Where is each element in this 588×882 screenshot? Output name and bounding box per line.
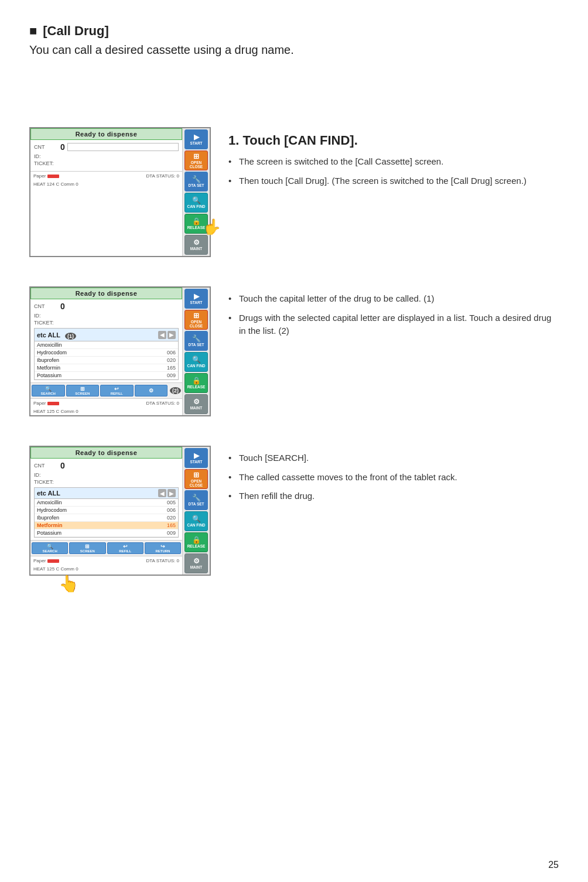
device-wrapper-2: Ready to dispense CNT 0 ID: TICKET: etc … <box>29 286 211 416</box>
bullet-list-2: Touch the capital letter of the drug to … <box>228 292 559 338</box>
cnt-label-3: CNT <box>34 463 60 469</box>
bullet-3-1: Touch [SEARCH]. <box>228 452 559 465</box>
heat-label-1: HEAT 124 C Comm 0 <box>30 180 182 188</box>
open-close-icon-1: ⊞ <box>193 152 199 160</box>
bullet-3-3: Then refill the drug. <box>228 490 559 503</box>
dta-set-label-1: DTA SET <box>188 184 204 188</box>
screen-header-1: Ready to dispense <box>30 128 182 140</box>
drug-count-amoxicillin-3: 005 <box>161 500 176 505</box>
paper-bar-2 <box>47 402 59 405</box>
screen-toolbar-btn-2[interactable]: ⊞ SCREEN <box>66 385 100 396</box>
drug-row-ibuprofen-2[interactable]: Ibuprofen 020 <box>35 357 178 364</box>
nav-next-3[interactable]: ▶ <box>167 489 176 497</box>
drug-row-amoxicillin-2[interactable]: Amoxicillin <box>35 341 178 349</box>
device-panel-2: Ready to dispense CNT 0 ID: TICKET: etc … <box>29 286 211 416</box>
open-close-button-3[interactable]: ⊞ OPEN CLOSE <box>184 469 208 489</box>
drug-row-metformin-3[interactable]: Metformin 165 <box>35 522 178 529</box>
start-button-2[interactable]: ▶ START <box>184 289 208 309</box>
maint-button-1[interactable]: ⚙ MAINT <box>184 235 208 255</box>
page-number: 25 <box>548 860 559 870</box>
can-find-button-1[interactable]: 🔍 CAN FIND <box>184 193 208 213</box>
sidebar-area-3: ▶ START ⊞ OPEN CLOSE 🔧 DTA SET 🔍 CAN FIN… <box>183 447 210 575</box>
annotation-1-wrapper: (1) <box>65 330 76 340</box>
open-close-button-1[interactable]: ⊞ OPEN CLOSE <box>184 151 208 170</box>
can-find-button-3[interactable]: 🔍 CAN FIND <box>184 511 208 531</box>
start-button-3[interactable]: ▶ START <box>184 448 208 468</box>
start-icon-3: ▶ <box>194 452 199 460</box>
maint-button-2[interactable]: ⚙ MAINT <box>184 394 208 414</box>
drug-count-hydrocodom-2: 006 <box>161 350 176 355</box>
can-find-button-2[interactable]: 🔍 CAN FIND <box>184 352 208 372</box>
dta-set-button-2[interactable]: 🔧 DTA SET <box>184 331 208 351</box>
paper-label-3: Paper <box>33 558 46 563</box>
device-panel-3: Ready to dispense CNT 0 ID: TICKET: etc … <box>29 446 211 576</box>
etc-all-label-3: etc ALL <box>37 490 60 497</box>
ticket-row-3: TICKET: <box>34 479 179 485</box>
open-close-button-2[interactable]: ⊞ OPEN CLOSE <box>184 310 208 330</box>
screen-body-2: CNT 0 ID: TICKET: etc ALL (1) <box>30 299 182 382</box>
screen-toolbar-btn-3[interactable]: ⊞ SCREEN <box>69 542 105 554</box>
ticket-row-1: TICKET: <box>34 160 179 166</box>
maint-icon-1: ⚙ <box>193 238 200 247</box>
start-button-1[interactable]: ▶ START <box>184 129 208 149</box>
refill-toolbar-btn-2[interactable]: ↩ REFILL <box>100 385 134 396</box>
drug-list-panel-3: etc ALL ◀ ▶ Amoxicillin 005 Hydrocodom <box>34 487 179 538</box>
release-icon-3: 🔒 <box>192 536 201 544</box>
start-label-2: START <box>190 301 202 305</box>
refill-toolbar-btn-3[interactable]: ↩ REFILL <box>107 542 143 554</box>
extra-toolbar-btn-2[interactable]: ⚙ <box>135 385 168 396</box>
drug-row-potassium-3[interactable]: Potassium 009 <box>35 529 178 537</box>
nav-arrows-3: ◀ ▶ <box>158 489 176 497</box>
dta-set-icon-3: 🔧 <box>192 494 201 502</box>
start-label-3: START <box>190 460 202 464</box>
refill-toolbar-icon-2: ↩ <box>114 386 119 392</box>
drug-row-hydrocodom-2[interactable]: Hydrocodom 006 <box>35 349 178 357</box>
dta-set-button-3[interactable]: 🔧 DTA SET <box>184 490 208 510</box>
screen-header-3: Ready to dispense <box>30 447 182 459</box>
paper-indicator-3: Paper <box>33 558 59 563</box>
screen-body-1: CNT 0 ID: TICKET: <box>30 140 182 171</box>
nav-prev-2[interactable]: ◀ <box>158 331 166 339</box>
bullet-2-2: Drugs with the selected capital letter a… <box>228 312 559 338</box>
drug-row-amoxicillin-3[interactable]: Amoxicillin 005 <box>35 499 178 507</box>
device-panel-1: Ready to dispense CNT 0 ID: TICKET: Pape… <box>29 127 211 257</box>
open-close-label-3: OPEN CLOSE <box>185 480 207 487</box>
screen-toolbar-icon-2: ⊞ <box>80 386 85 392</box>
return-toolbar-btn-3[interactable]: ↪ RETURN <box>145 542 181 554</box>
release-label-3: RELEASE <box>187 545 206 549</box>
return-toolbar-label-3: RETURN <box>155 549 170 553</box>
search-toolbar-btn-2[interactable]: 🔍 SEARCH <box>32 385 65 396</box>
search-toolbar-btn-3[interactable]: 🔍 SEARCH <box>32 542 68 554</box>
screen-area-2: Ready to dispense CNT 0 ID: TICKET: etc … <box>30 288 183 415</box>
release-button-3[interactable]: 🔒 RELEASE <box>184 532 208 552</box>
paper-bar-1 <box>47 175 59 178</box>
open-close-label-1: OPEN CLOSE <box>185 161 207 169</box>
release-icon-1: 🔒 <box>192 217 201 225</box>
drug-row-hydrocodom-3[interactable]: Hydrocodom 006 <box>35 507 178 514</box>
drug-count-metformin-3: 165 <box>161 522 176 528</box>
maint-button-3[interactable]: ⚙ MAINT <box>184 553 208 573</box>
release-button-2[interactable]: 🔒 RELEASE <box>184 373 208 393</box>
bullet-1-1: The screen is switched to the [Call Cass… <box>228 155 559 169</box>
nav-prev-3[interactable]: ◀ <box>158 489 166 497</box>
screen-footer-2: Paper DTA STATUS: 0 <box>30 398 182 408</box>
cnt-row-1: CNT 0 <box>34 142 179 152</box>
sidebar-area-2: ▶ START ⊞ OPEN CLOSE 🔧 DTA SET 🔍 CAN FIN… <box>183 288 210 415</box>
nav-next-2[interactable]: ▶ <box>167 331 176 339</box>
ticket-row-2: TICKET: <box>34 320 179 326</box>
dta-status-1: DTA STATUS: 0 <box>146 173 179 179</box>
drug-name-amoxicillin-2: Amoxicillin <box>37 342 161 348</box>
search-toolbar-label-3: SEARCH <box>42 549 57 553</box>
drug-row-metformin-2[interactable]: Metformin 165 <box>35 364 178 372</box>
open-close-icon-2: ⊞ <box>193 312 199 320</box>
drug-count-ibuprofen-3: 020 <box>161 515 176 521</box>
drug-row-potassium-2[interactable]: Potassium 009 <box>35 372 178 380</box>
drug-row-ibuprofen-3[interactable]: Ibuprofen 020 <box>35 514 178 522</box>
etc-all-label-2: etc ALL <box>37 331 60 339</box>
search-toolbar-label-2: SEARCH <box>41 392 56 395</box>
can-find-label-2: CAN FIND <box>187 364 205 368</box>
paper-indicator-1: Paper <box>33 173 59 179</box>
cnt-value-3: 0 <box>60 461 65 470</box>
dta-set-button-1[interactable]: 🔧 DTA SET <box>184 172 208 192</box>
start-label-1: START <box>190 142 202 146</box>
